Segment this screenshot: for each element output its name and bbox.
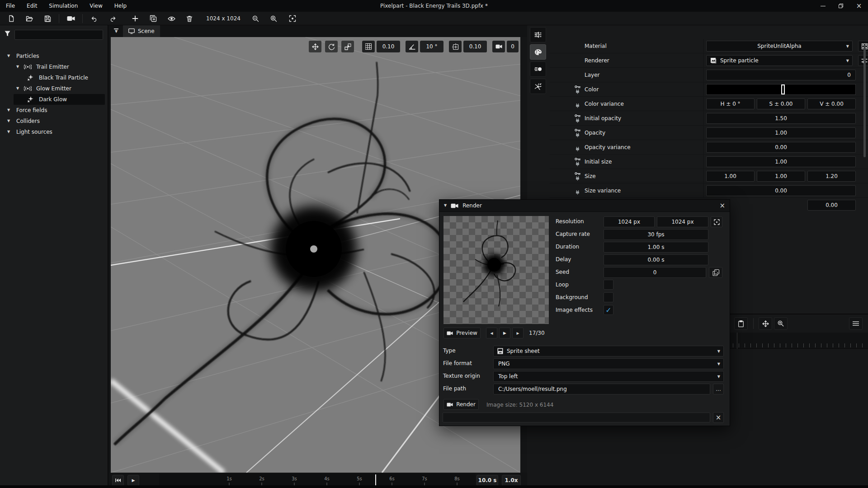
camera-icon[interactable] [492, 41, 505, 52]
zoom-in-button[interactable] [267, 13, 280, 24]
skip-to-start-button[interactable] [112, 475, 124, 486]
menu-help[interactable]: Help [108, 0, 132, 12]
play-button[interactable]: ▶ [127, 475, 139, 486]
pan-tool-button[interactable] [759, 317, 772, 330]
file-format-dropdown[interactable]: PNG▼ [493, 358, 724, 369]
delay-field[interactable]: 0.00 s [604, 254, 708, 265]
tree-item-colliders[interactable]: ▼ Colliders [0, 116, 108, 127]
move-snap-field[interactable]: 0.10 [463, 41, 487, 52]
collapse-icon[interactable]: ▼ [444, 204, 447, 207]
link-icon[interactable] [576, 103, 580, 108]
zoom-tool-button[interactable] [774, 317, 788, 330]
visibility-button[interactable] [165, 13, 178, 24]
link-icon[interactable] [576, 190, 580, 195]
object-filter-input[interactable] [14, 30, 103, 40]
camera-index-field[interactable]: 0 [507, 41, 519, 52]
undo-button[interactable] [88, 13, 101, 24]
tree-item-black-trail-particle[interactable]: Black Trail Particle [0, 72, 108, 83]
expander-icon[interactable]: ▼ [7, 108, 10, 112]
link-icon[interactable] [576, 147, 580, 151]
hue-variance-field[interactable]: H ± 0 ° [706, 99, 755, 109]
cancel-render-button[interactable]: × [713, 412, 724, 423]
link-icon[interactable] [576, 89, 580, 94]
expander-icon[interactable]: ▼ [16, 65, 19, 69]
render-dialog-header[interactable]: ▼ Render × [439, 200, 730, 212]
renderer-settings-button[interactable] [858, 55, 868, 66]
material-texture-button[interactable] [858, 41, 868, 52]
opacity-variance-field[interactable]: 0.00 [706, 142, 856, 153]
move-tool-button[interactable] [309, 41, 321, 52]
gradient-marker[interactable] [781, 84, 785, 94]
keyframe-icon[interactable] [575, 128, 580, 132]
tree-item-light-sources[interactable]: ▼ Light sources [0, 127, 108, 137]
tab-scene[interactable]: Scene [123, 25, 160, 37]
properties-scrollbar[interactable] [863, 44, 866, 157]
renderer-dropdown[interactable]: Sprite particle▼ [706, 55, 853, 66]
initial-opacity-field[interactable]: 1.50 [706, 113, 856, 124]
angle-snap-icon[interactable] [406, 41, 418, 52]
fit-view-button[interactable] [286, 13, 299, 24]
texture-origin-dropdown[interactable]: Top left▼ [493, 371, 724, 382]
zoom-out-button[interactable] [249, 13, 262, 24]
layer-field[interactable]: 0 [706, 70, 856, 80]
loop-checkbox[interactable] [604, 280, 613, 290]
filter-icon[interactable] [5, 31, 10, 37]
delete-object-button[interactable] [183, 13, 196, 24]
resolution-height-field[interactable]: 1024 px [657, 216, 708, 227]
keyframe-icon[interactable] [575, 172, 580, 175]
seed-field[interactable]: 0 [604, 267, 706, 278]
type-dropdown[interactable]: Sprite sheet▼ [493, 346, 724, 357]
menu-view[interactable]: View [84, 0, 108, 12]
tree-item-trail-emitter[interactable]: ▼ Trail Emitter [0, 61, 108, 72]
speed-field[interactable]: 1.0x [502, 475, 521, 486]
size-variance-field[interactable]: 0.00 [706, 185, 856, 196]
dialog-close-button[interactable]: × [719, 202, 725, 210]
keyframe-icon[interactable] [575, 157, 580, 161]
tree-item-particles[interactable]: ▼ Particles [0, 51, 108, 61]
initial-size-field[interactable]: 1.00 [706, 156, 856, 167]
browse-button[interactable]: ... [713, 384, 724, 394]
resolution-width-field[interactable]: 1024 px [604, 216, 655, 227]
category-appearance-button[interactable] [530, 44, 546, 60]
tree-item-force-fields[interactable]: ▼ Force fields [0, 105, 108, 116]
scale-tool-button[interactable] [341, 41, 354, 52]
keyframe-icon[interactable] [575, 114, 580, 117]
expander-icon[interactable]: ▼ [7, 119, 10, 123]
menu-edit[interactable]: Edit [21, 0, 43, 12]
menu-file[interactable]: File [0, 0, 21, 12]
panel-collapse-icon[interactable]: ▼ [113, 28, 119, 33]
menu-simulation[interactable]: Simulation [43, 0, 84, 12]
play-preview-button[interactable]: ▶ [499, 328, 510, 338]
image-effects-checkbox[interactable]: ✓ [604, 305, 613, 315]
tree-item-glow-emitter[interactable]: ▼ Glow Emitter [0, 83, 108, 94]
maximize-button[interactable] [832, 0, 850, 12]
preview-button[interactable]: Preview [443, 328, 481, 338]
render-button[interactable]: Render [443, 399, 479, 410]
duration-field[interactable]: 1.00 s [604, 242, 708, 253]
category-physics-button[interactable] [530, 79, 546, 94]
menu-icon[interactable] [849, 317, 863, 330]
match-canvas-size-button[interactable] [711, 216, 722, 227]
file-path-field[interactable]: C:/Users/moell/result.png [493, 384, 710, 394]
capture-rate-field[interactable]: 30 fps [604, 229, 708, 240]
category-motion-button[interactable] [530, 61, 546, 77]
move-snap-icon[interactable] [449, 41, 462, 52]
rotate-tool-button[interactable] [325, 41, 338, 52]
saturation-variance-field[interactable]: S ± 0.00 [757, 99, 805, 109]
minimize-button[interactable] [814, 0, 832, 12]
link-icon[interactable] [576, 162, 580, 166]
redo-button[interactable] [106, 13, 119, 24]
expander-icon[interactable]: ▼ [7, 54, 10, 58]
previous-frame-button[interactable]: ◂ [486, 328, 497, 338]
link-icon[interactable] [576, 118, 580, 123]
expander-icon[interactable]: ▼ [16, 87, 19, 90]
opacity-field[interactable]: 1.00 [706, 127, 856, 138]
expander-icon[interactable]: ▼ [7, 130, 10, 134]
open-file-button[interactable] [23, 13, 36, 24]
size-z-field[interactable]: 1.20 [807, 171, 856, 182]
background-checkbox[interactable] [604, 292, 613, 302]
angle-snap-field[interactable]: 10 ° [420, 41, 443, 52]
clipboard-tool-button[interactable] [734, 317, 748, 330]
duplicate-object-button[interactable] [146, 13, 160, 24]
emitter-handle[interactable] [310, 245, 317, 253]
